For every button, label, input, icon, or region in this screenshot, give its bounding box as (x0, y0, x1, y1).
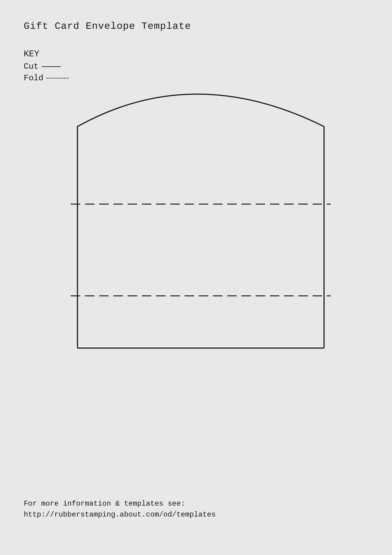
envelope-template (49, 60, 338, 356)
key-label: KEY (24, 49, 69, 59)
footer: For more information & templates see: ht… (24, 498, 216, 520)
key-cut-label: Cut (24, 62, 39, 71)
page-title: Gift Card Envelope Template (24, 21, 191, 32)
footer-line1: For more information & templates see: (24, 498, 216, 509)
envelope-svg (49, 60, 338, 356)
footer-line2: http://rubberstamping.about.com/od/templ… (24, 509, 216, 520)
key-fold-label: Fold (24, 73, 43, 83)
page: Gift Card Envelope Template KEY Cut Fold (0, 0, 392, 555)
